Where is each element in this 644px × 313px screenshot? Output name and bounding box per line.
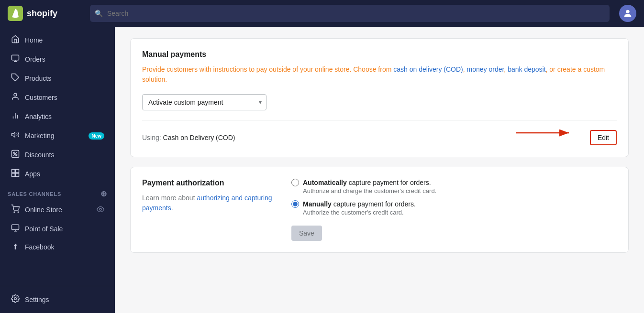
- svg-line-12: [13, 152, 17, 156]
- using-row: Using: Cash on Delivery (COD): [142, 130, 617, 145]
- payment-auth-right: Automatically capture payment for orders…: [291, 179, 617, 241]
- sidebar-item-apps-label: Apps: [25, 170, 40, 178]
- svg-rect-15: [16, 170, 19, 173]
- sidebar-item-analytics-label: Analytics: [25, 113, 52, 120]
- sidebar-item-orders[interactable]: Orders: [3, 50, 112, 69]
- svg-point-5: [14, 93, 17, 96]
- sidebar-item-marketing-label: Marketing: [25, 132, 54, 140]
- annotation-arrow: [511, 123, 578, 142]
- sales-channels-section: SALES CHANNELS ⊕: [0, 183, 115, 200]
- using-text: Using: Cash on Delivery (COD): [142, 134, 235, 141]
- sidebar-item-apps[interactable]: Apps: [3, 164, 112, 183]
- search-input[interactable]: [90, 5, 610, 22]
- layout: Home Orders Products Customers Analytics: [0, 27, 644, 313]
- svg-point-19: [18, 212, 19, 213]
- using-label: Using:: [142, 134, 161, 141]
- payment-auth-learn-more: Learn more about authorizing and capturi…: [142, 193, 276, 213]
- sidebar-item-online-store-label: Online Store: [25, 206, 62, 214]
- svg-marker-9: [12, 132, 15, 138]
- point-of-sale-icon: [11, 224, 20, 234]
- sidebar: Home Orders Products Customers Analytics: [0, 27, 115, 313]
- manual-payments-description: Provide customers with instructions to p…: [142, 65, 617, 85]
- marketing-badge: New: [89, 132, 104, 140]
- payment-auth-title: Payment authorization: [142, 179, 276, 187]
- svg-rect-16: [12, 173, 15, 177]
- radio-group: Automatically capture payment for orders…: [291, 179, 617, 216]
- orders-icon: [11, 54, 20, 65]
- sidebar-item-pos-label: Point of Sale: [25, 225, 63, 233]
- payment-auth-two-col: Payment authorization Learn more about a…: [142, 179, 617, 241]
- manual-capture-sub: Authorize the customer's credit card.: [291, 209, 617, 216]
- sidebar-item-analytics[interactable]: Analytics: [3, 107, 112, 126]
- auto-capture-sub: Authorize and charge the customer's cred…: [291, 187, 617, 194]
- divider: [142, 120, 617, 120]
- svg-point-11: [16, 154, 17, 156]
- edit-button[interactable]: Edit: [590, 130, 617, 145]
- main-content: Manual payments Provide customers with i…: [115, 27, 644, 313]
- sidebar-item-point-of-sale[interactable]: Point of Sale: [3, 219, 112, 238]
- svg-point-18: [14, 212, 15, 213]
- sidebar-item-online-store[interactable]: Online Store: [3, 200, 112, 219]
- sidebar-item-orders-label: Orders: [25, 55, 45, 63]
- manual-capture-text: Manually capture payment for orders.: [303, 200, 416, 208]
- facebook-icon: f: [11, 243, 20, 251]
- add-channel-icon[interactable]: ⊕: [100, 189, 107, 198]
- manual-capture-radio-item: Manually capture payment for orders. Aut…: [291, 200, 617, 216]
- learn-more-text: Learn more about: [142, 194, 197, 202]
- sidebar-item-customers[interactable]: Customers: [3, 88, 112, 107]
- analytics-icon: [11, 111, 20, 122]
- sidebar-item-facebook-label: Facebook: [25, 243, 54, 251]
- activate-payment-select[interactable]: Activate custom payment Cash on Delivery…: [142, 94, 266, 110]
- discounts-icon: [11, 150, 20, 160]
- customers-icon: [11, 92, 20, 103]
- sidebar-item-discounts[interactable]: Discounts: [3, 145, 112, 164]
- using-value: Cash on Delivery (COD): [163, 134, 235, 141]
- sidebar-item-products-label: Products: [25, 75, 51, 82]
- sidebar-item-products[interactable]: Products: [3, 69, 112, 88]
- sidebar-item-discounts-label: Discounts: [25, 151, 54, 159]
- online-store-icon: [11, 205, 20, 215]
- save-button[interactable]: Save: [291, 226, 322, 241]
- eye-icon[interactable]: [97, 205, 104, 215]
- sales-channels-label: SALES CHANNELS: [8, 191, 61, 197]
- settings-icon: [11, 294, 20, 305]
- learn-more-suffix: .: [171, 204, 173, 212]
- sidebar-item-facebook[interactable]: f Facebook: [3, 238, 112, 256]
- home-icon: [11, 35, 20, 45]
- avatar[interactable]: [619, 5, 636, 22]
- manual-payments-title: Manual payments: [142, 50, 617, 59]
- payment-auth-left: Payment authorization Learn more about a…: [142, 179, 276, 241]
- svg-rect-17: [16, 173, 19, 177]
- marketing-icon: [11, 130, 20, 141]
- sidebar-item-settings-label: Settings: [25, 296, 49, 303]
- sidebar-item-marketing[interactable]: Marketing New: [3, 126, 112, 145]
- svg-rect-14: [12, 170, 15, 173]
- products-icon: [11, 73, 20, 84]
- auto-capture-label[interactable]: Automatically capture payment for orders…: [291, 179, 617, 186]
- logo: shopify: [8, 6, 84, 21]
- manual-capture-radio[interactable]: [291, 200, 299, 208]
- bank-deposit-link[interactable]: bank deposit: [508, 65, 545, 73]
- cod-link[interactable]: cash on delivery (COD): [393, 65, 463, 73]
- manual-capture-label[interactable]: Manually capture payment for orders.: [291, 200, 617, 208]
- manual-payments-inner: Manual payments Provide customers with i…: [131, 39, 628, 157]
- search-wrapper: 🔍: [90, 5, 610, 22]
- edit-button-container: Edit: [590, 130, 617, 145]
- sidebar-item-settings[interactable]: Settings: [3, 290, 112, 309]
- logo-text: shopify: [27, 9, 57, 19]
- svg-point-0: [626, 10, 629, 13]
- search-icon: 🔍: [95, 10, 103, 17]
- activate-payment-select-wrapper: Activate custom payment Cash on Delivery…: [142, 94, 266, 110]
- svg-point-20: [100, 208, 101, 210]
- apps-icon: [11, 169, 20, 179]
- auto-capture-text: Automatically capture payment for orders…: [303, 179, 431, 186]
- sidebar-item-customers-label: Customers: [25, 94, 57, 101]
- manual-payments-card: Manual payments Provide customers with i…: [130, 38, 629, 157]
- auto-capture-radio[interactable]: [291, 179, 299, 186]
- topbar: shopify 🔍: [0, 0, 644, 27]
- svg-rect-1: [12, 55, 19, 60]
- sidebar-item-home[interactable]: Home: [3, 31, 112, 50]
- money-order-link[interactable]: money order: [467, 65, 504, 73]
- sidebar-bottom: Settings: [0, 286, 115, 309]
- shopify-logo-icon: [8, 6, 23, 21]
